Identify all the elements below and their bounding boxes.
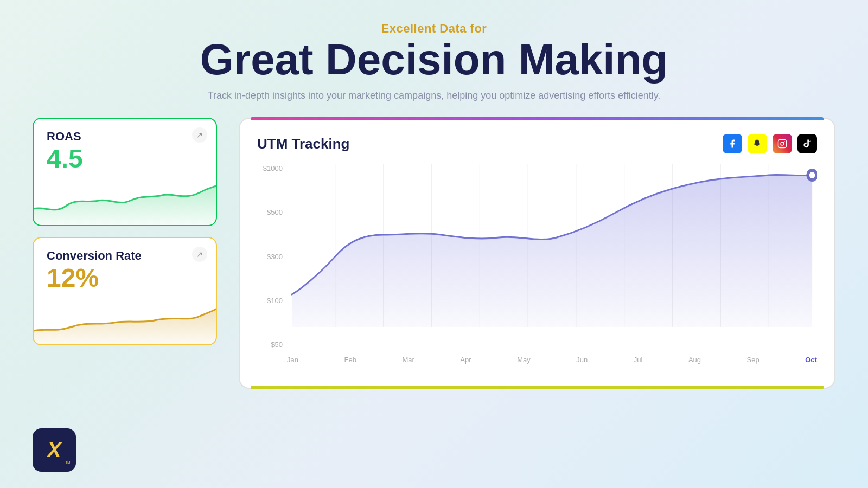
page-header: Excellent Data for Great Decision Making… [0,0,868,101]
content-area: ROAS 4.5 ↗ Conversion Rate 1 [0,118,868,389]
y-label-300: $300 [257,253,287,261]
x-label-mar: Mar [402,356,414,364]
roas-arrow[interactable]: ↗ [192,127,207,143]
y-label-50: $50 [257,341,287,349]
y-label-500: $500 [257,208,287,216]
roas-label: ROAS [47,130,203,144]
header-description: Track in-depth insights into your market… [0,90,868,101]
x-label-jul: Jul [634,356,643,364]
x-label-may: May [517,356,531,364]
svg-rect-0 [778,140,787,148]
x-label-feb: Feb [344,356,356,364]
roas-chart [34,176,216,225]
conversion-label: Conversion Rate [47,249,203,263]
instagram-icon[interactable] [773,134,792,153]
snapchat-icon[interactable] [748,134,767,153]
x-axis: Jan Feb Mar Apr May Jun Jul Aug Sep Oct [287,349,817,370]
y-label-1000: $1000 [257,164,287,172]
logo-box: X ™ [33,428,76,472]
chart-inner [287,164,817,349]
utm-title: UTM Tracking [257,136,349,152]
tiktok-icon[interactable] [797,134,817,153]
utm-tracking-card: UTM Tracking [239,118,835,389]
y-axis: $1000 $500 $300 $100 $50 [257,164,287,349]
conversion-value: 12% [47,265,203,291]
utm-chart-area: $1000 $500 $300 $100 $50 [257,164,817,370]
logo-letter: X [47,439,61,462]
header-title: Great Decision Making [0,36,868,84]
svg-point-14 [809,172,815,178]
social-icons [723,134,817,153]
facebook-icon[interactable] [723,134,742,153]
conversion-arrow[interactable]: ↗ [192,247,207,262]
svg-point-1 [781,142,784,145]
left-cards: ROAS 4.5 ↗ Conversion Rate 1 [33,118,217,345]
conversion-rate-card: Conversion Rate 12% ↗ [33,237,217,345]
header-subtitle: Excellent Data for [0,22,868,36]
x-label-aug: Aug [688,356,701,364]
y-label-100: $100 [257,297,287,305]
x-label-sep: Sep [747,356,760,364]
svg-point-2 [784,141,785,142]
logo-area: X ™ [33,428,76,472]
roas-card: ROAS 4.5 ↗ [33,118,217,226]
x-label-apr: Apr [460,356,471,364]
conversion-chart [34,296,216,344]
logo-tm: ™ [65,460,71,466]
roas-value: 4.5 [47,146,203,172]
utm-header: UTM Tracking [257,134,817,153]
x-label-oct: Oct [805,356,817,364]
x-label-jan: Jan [287,356,298,364]
x-label-jun: Jun [576,356,588,364]
